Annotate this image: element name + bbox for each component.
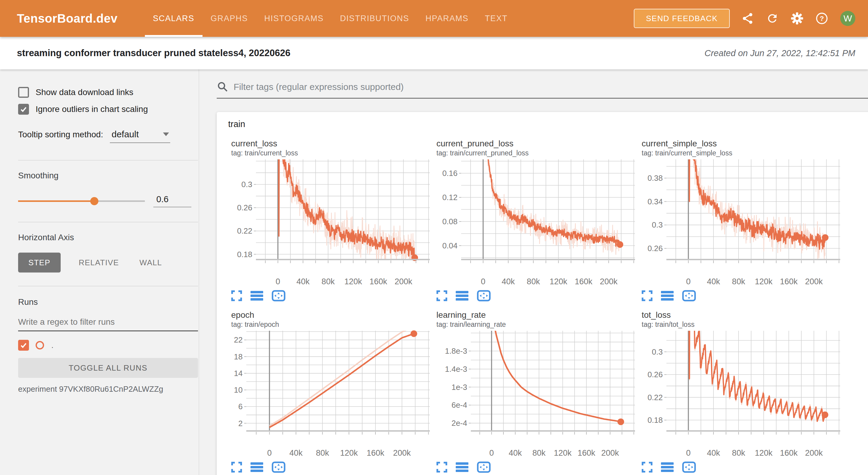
send-feedback-button[interactable]: SEND FEEDBACK bbox=[634, 9, 730, 28]
toggle-all-runs-button[interactable]: TOGGLE ALL RUNS bbox=[18, 358, 198, 378]
svg-text:0.38: 0.38 bbox=[647, 173, 663, 183]
chart-current-pruned-loss: current_pruned_loss tag: train/current_p… bbox=[436, 139, 636, 302]
horizontal-bars-icon[interactable] bbox=[661, 462, 674, 473]
search-icon bbox=[217, 81, 229, 93]
experiment-id-label: experiment 97VKXf80Ru61CnP2ALWZZg bbox=[18, 384, 198, 394]
svg-text:120k: 120k bbox=[755, 277, 773, 286]
svg-text:200k: 200k bbox=[393, 448, 411, 457]
svg-text:200k: 200k bbox=[601, 448, 619, 457]
fit-domain-icon[interactable] bbox=[477, 462, 491, 473]
user-avatar[interactable]: W bbox=[840, 11, 855, 26]
svg-text:120k: 120k bbox=[344, 277, 362, 286]
svg-text:160k: 160k bbox=[575, 277, 592, 286]
horizontal-bars-icon[interactable] bbox=[661, 290, 674, 301]
chart-title: current_loss bbox=[231, 139, 430, 149]
chart-title: epoch bbox=[231, 310, 430, 320]
fit-domain-icon[interactable] bbox=[682, 290, 696, 302]
filter-tags-input[interactable] bbox=[234, 82, 868, 92]
scalar-plot[interactable]: 040k80k120k160k200k0.30.260.220.18 bbox=[642, 330, 841, 460]
refresh-icon[interactable] bbox=[765, 11, 779, 25]
axis-wall-button[interactable]: WALL bbox=[129, 253, 172, 273]
svg-text:120k: 120k bbox=[755, 448, 773, 457]
help-icon[interactable]: ? bbox=[815, 11, 829, 25]
chart-title: current_pruned_loss bbox=[436, 139, 636, 149]
chart-learning-rate: learning_rate tag: train/learning_rate 0… bbox=[436, 310, 636, 473]
chart-current-simple-loss: current_simple_loss tag: train/current_s… bbox=[642, 139, 841, 302]
svg-text:1.8e-3: 1.8e-3 bbox=[445, 346, 467, 355]
horizontal-bars-icon[interactable] bbox=[250, 290, 263, 301]
svg-text:0.3: 0.3 bbox=[242, 180, 252, 189]
svg-text:14: 14 bbox=[234, 369, 243, 378]
runs-filter-input[interactable] bbox=[18, 316, 198, 331]
svg-text:0.22: 0.22 bbox=[647, 393, 663, 402]
tensorboard-app: TensorBoard.dev SCALARS GRAPHS HISTOGRAM… bbox=[0, 0, 868, 475]
scalars-main-panel: train 11 current_loss tag: train/current… bbox=[199, 69, 868, 475]
horizontal-bars-icon[interactable] bbox=[250, 462, 263, 473]
tooltip-sorting-select[interactable]: default bbox=[110, 129, 170, 143]
svg-text:2e-4: 2e-4 bbox=[452, 418, 467, 428]
tab-distributions[interactable]: DISTRIBUTIONS bbox=[332, 0, 417, 37]
show-download-links-label: Show data download links bbox=[36, 88, 133, 97]
chart-tot-loss: tot_loss tag: train/tot_loss 040k80k120k… bbox=[642, 310, 841, 473]
svg-text:40k: 40k bbox=[297, 277, 310, 286]
fit-domain-icon[interactable] bbox=[682, 462, 696, 473]
svg-text:0.18: 0.18 bbox=[237, 250, 252, 259]
experiment-title: streaming conformer transducer pruned st… bbox=[17, 48, 290, 59]
fullscreen-icon[interactable] bbox=[642, 290, 652, 301]
run-color-swatch-icon[interactable] bbox=[36, 341, 44, 349]
svg-text:80k: 80k bbox=[732, 448, 745, 457]
run-name: . bbox=[51, 341, 54, 350]
scalar-plot[interactable]: 040k80k120k160k200k0.380.340.30.26 bbox=[642, 159, 841, 288]
svg-text:0: 0 bbox=[267, 448, 272, 457]
svg-text:1.4e-3: 1.4e-3 bbox=[445, 365, 467, 374]
fullscreen-icon[interactable] bbox=[231, 290, 242, 301]
fit-domain-icon[interactable] bbox=[272, 290, 285, 302]
chart-epoch: epoch tag: train/epoch 040k80k120k160k20… bbox=[231, 310, 430, 473]
main-nav: SCALARS GRAPHS HISTOGRAMS DISTRIBUTIONS … bbox=[145, 0, 516, 37]
tab-graphs[interactable]: GRAPHS bbox=[203, 0, 256, 37]
fit-domain-icon[interactable] bbox=[272, 462, 285, 473]
tab-hparams[interactable]: HPARAMS bbox=[417, 0, 477, 37]
ignore-outliers-checkbox[interactable] bbox=[18, 104, 29, 115]
scalar-plot[interactable]: 040k80k120k160k200k0.30.260.220.18 bbox=[231, 159, 430, 288]
show-download-links-row[interactable]: Show data download links bbox=[18, 87, 198, 98]
svg-text:200k: 200k bbox=[805, 448, 823, 457]
svg-text:2: 2 bbox=[239, 419, 243, 428]
horizontal-bars-icon[interactable] bbox=[456, 290, 468, 301]
experiment-created-date: Created on Jun 27, 2022, 12:42:51 PM bbox=[705, 48, 855, 58]
fullscreen-icon[interactable] bbox=[231, 462, 242, 473]
fullscreen-icon[interactable] bbox=[436, 290, 447, 301]
svg-text:0.26: 0.26 bbox=[237, 203, 252, 212]
tooltip-sorting-value: default bbox=[112, 129, 155, 139]
svg-text:0: 0 bbox=[481, 277, 485, 286]
svg-text:120k: 120k bbox=[550, 277, 567, 286]
svg-text:160k: 160k bbox=[367, 448, 384, 457]
slider-thumb-icon[interactable] bbox=[90, 197, 98, 205]
scalar-plot[interactable]: 040k80k120k160k200k1.8e-31.4e-31e-36e-42… bbox=[436, 330, 636, 460]
settings-gear-icon[interactable] bbox=[790, 11, 804, 25]
fullscreen-icon[interactable] bbox=[436, 462, 447, 473]
experiment-title-bar: streaming conformer transducer pruned st… bbox=[0, 37, 868, 69]
svg-text:0.08: 0.08 bbox=[442, 217, 458, 226]
show-download-links-checkbox[interactable] bbox=[18, 87, 29, 98]
run-checkbox[interactable] bbox=[18, 340, 29, 351]
fullscreen-icon[interactable] bbox=[642, 462, 652, 473]
smoothing-value-field[interactable]: 0.6 bbox=[153, 194, 191, 207]
axis-relative-button[interactable]: RELATIVE bbox=[68, 253, 129, 273]
axis-step-button[interactable]: STEP bbox=[18, 253, 61, 273]
fit-domain-icon[interactable] bbox=[477, 290, 491, 302]
scalar-plot[interactable]: 040k80k120k160k200k2218141062 bbox=[231, 330, 430, 460]
scalar-plot[interactable]: 040k80k120k160k200k0.160.120.080.04 bbox=[436, 159, 636, 288]
ignore-outliers-row[interactable]: Ignore outliers in chart scaling bbox=[18, 104, 198, 115]
smoothing-slider[interactable] bbox=[18, 197, 145, 205]
run-list-item[interactable]: . bbox=[18, 340, 198, 351]
chart-title: current_simple_loss bbox=[642, 139, 841, 149]
share-icon[interactable] bbox=[741, 11, 754, 25]
svg-text:40k: 40k bbox=[289, 448, 303, 457]
tab-histograms[interactable]: HISTOGRAMS bbox=[256, 0, 332, 37]
tab-text[interactable]: TEXT bbox=[476, 0, 516, 37]
settings-sidebar: Show data download links Ignore outliers… bbox=[0, 69, 199, 475]
tab-scalars[interactable]: SCALARS bbox=[145, 0, 203, 37]
chart-tag: tag: train/current_pruned_loss bbox=[436, 149, 636, 158]
horizontal-bars-icon[interactable] bbox=[456, 462, 468, 473]
